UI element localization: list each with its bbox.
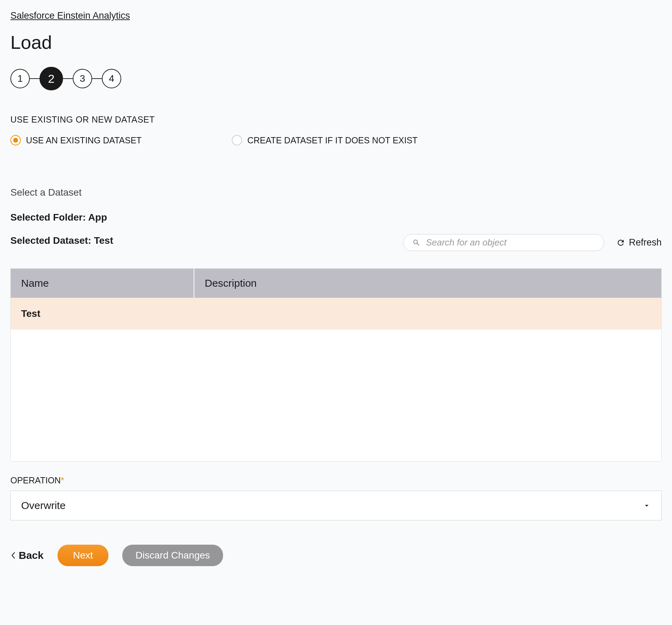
table-header: Name Description: [11, 269, 661, 298]
footer-buttons: Back Next Discard Changes: [10, 545, 662, 566]
table-header-name[interactable]: Name: [11, 269, 194, 298]
radio-use-existing[interactable]: USE AN EXISTING DATASET: [10, 135, 142, 145]
radio-create-new[interactable]: CREATE DATASET IF IT DOES NOT EXIST: [232, 135, 418, 145]
refresh-label: Refresh: [629, 237, 662, 248]
step-2[interactable]: 2: [39, 67, 63, 90]
search-icon: [412, 239, 421, 247]
radio-circle-icon: [10, 135, 21, 145]
step-connector: [92, 78, 102, 79]
stepper: 1 2 3 4: [10, 67, 662, 90]
step-connector: [30, 78, 39, 79]
table-empty-space: [11, 330, 661, 461]
chevron-left-icon: [10, 552, 16, 559]
radio-circle-icon: [232, 135, 242, 145]
discard-button[interactable]: Discard Changes: [122, 545, 223, 566]
chevron-down-icon: [643, 501, 651, 510]
radio-label: CREATE DATASET IF IT DOES NOT EXIST: [247, 135, 418, 145]
radio-dot-icon: [13, 138, 18, 143]
table-cell-description: [194, 298, 661, 330]
search-input[interactable]: [426, 237, 595, 248]
breadcrumb-link[interactable]: Salesforce Einstein Analytics: [10, 10, 130, 21]
operation-select-value: Overwrite: [21, 500, 65, 511]
page-title: Load: [10, 32, 662, 53]
back-label: Back: [19, 550, 44, 561]
refresh-button[interactable]: Refresh: [616, 237, 662, 248]
table-header-description[interactable]: Description: [194, 269, 661, 298]
table-row[interactable]: Test: [11, 298, 661, 330]
radio-label: USE AN EXISTING DATASET: [26, 135, 142, 145]
step-3[interactable]: 3: [73, 69, 92, 88]
search-box[interactable]: [403, 234, 604, 251]
dataset-table: Name Description Test: [10, 268, 662, 462]
refresh-icon: [616, 238, 625, 247]
table-cell-name: Test: [11, 298, 194, 330]
operation-select[interactable]: Overwrite: [10, 491, 662, 520]
selected-folder: Selected Folder: App: [10, 212, 662, 223]
select-dataset-label: Select a Dataset: [10, 187, 662, 198]
dataset-radio-group: USE AN EXISTING DATASET CREATE DATASET I…: [10, 135, 662, 145]
next-button[interactable]: Next: [58, 545, 109, 566]
step-1[interactable]: 1: [10, 69, 30, 88]
step-connector: [63, 78, 73, 79]
step-4[interactable]: 4: [102, 69, 121, 88]
back-button[interactable]: Back: [10, 550, 44, 561]
dataset-section-label: USE EXISTING OR NEW DATASET: [10, 115, 662, 125]
required-star-icon: *: [61, 475, 64, 485]
operation-label: OPERATION*: [10, 475, 662, 485]
